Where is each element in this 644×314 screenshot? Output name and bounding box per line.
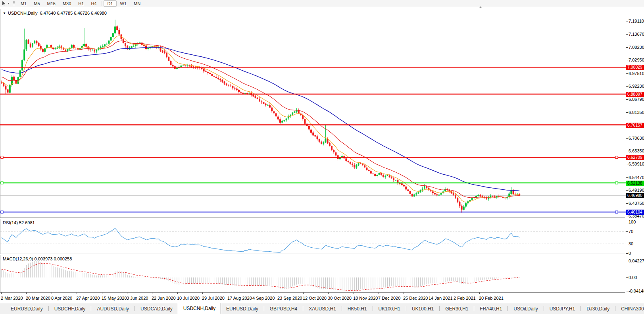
tab-ger30-h1[interactable]: GER30,H1 bbox=[440, 304, 473, 314]
timeframe-button-m15[interactable]: M15 bbox=[44, 0, 59, 7]
tab-usdchf-daily[interactable]: USDCHF,Daily bbox=[49, 304, 91, 314]
rsi-tick-label: 30 bbox=[629, 241, 633, 246]
toolbar-grip[interactable] bbox=[13, 1, 15, 6]
tab-usdcad-daily[interactable]: USDCAD,Daily bbox=[135, 304, 178, 314]
price-tick-label: 6.65350 bbox=[629, 148, 644, 153]
timeframe-button-d1[interactable]: D1 bbox=[104, 0, 116, 7]
tab-eurusd-daily[interactable]: EURUSD,Daily bbox=[6, 304, 48, 314]
tab-separator bbox=[439, 306, 440, 311]
date-label: 12 Oct 2020 bbox=[303, 296, 327, 301]
timeframe-button-mn[interactable]: MN bbox=[130, 0, 144, 7]
date-tick-mark bbox=[1, 293, 2, 294]
date-label: 25 Dec 2020 bbox=[403, 296, 428, 301]
date-label: 14 Jan 2021 bbox=[429, 296, 453, 301]
date-tick-mark bbox=[102, 293, 102, 294]
bid-price-label: 6.46980 bbox=[626, 193, 644, 198]
tab-uk100-h1[interactable]: UK100,H1 bbox=[407, 304, 439, 314]
date-tick-mark bbox=[202, 293, 203, 294]
price-tick-mark bbox=[626, 203, 628, 204]
price-tick-label: 6.43750 bbox=[629, 201, 644, 206]
date-label: 15 May 2020 bbox=[102, 296, 127, 301]
rsi-tick-mark bbox=[626, 244, 628, 244]
date-tick-mark bbox=[354, 293, 354, 294]
main-chart-panel[interactable] bbox=[0, 9, 625, 218]
hline-price-label[interactable]: 6.52138 bbox=[626, 181, 644, 186]
price-tick-mark bbox=[626, 177, 628, 178]
tab-xauusd-h1[interactable]: XAUUSD,H1 bbox=[304, 304, 341, 314]
top-toolbar: ▼ M1M5M15M30H1H4D1W1MN bbox=[0, 0, 644, 7]
date-label: 18 Nov 2020 bbox=[353, 296, 378, 301]
tab-fra40-h1[interactable]: FRA40,H1 bbox=[475, 304, 507, 314]
tab-uk100-h1[interactable]: UK100,H1 bbox=[373, 304, 406, 314]
tab-separator bbox=[581, 306, 581, 311]
tab-separator bbox=[373, 306, 373, 311]
tab-china300-h1[interactable]: CHINA300,H1 bbox=[616, 304, 644, 314]
date-tick-mark bbox=[177, 293, 178, 294]
price-tick-label: 6.54470 bbox=[629, 175, 644, 180]
date-label: 2 Feb 2021 bbox=[454, 296, 476, 301]
price-tick-label: 7.19110 bbox=[629, 19, 644, 23]
date-label: 10 Jul 2020 bbox=[177, 296, 200, 301]
tab-usdjpy-h1[interactable]: USDJPY,H1 bbox=[544, 304, 580, 314]
rsi-panel[interactable] bbox=[0, 219, 625, 254]
price-tick-label: 7.13670 bbox=[629, 32, 644, 37]
hline-price-label[interactable]: 6.40104 bbox=[626, 210, 644, 215]
rsi-tick-label: 0 bbox=[629, 251, 631, 256]
date-label: 30 Oct 2020 bbox=[328, 296, 352, 301]
tab-eurusd-daily[interactable]: EURUSD,Daily bbox=[221, 304, 263, 314]
price-tick-label: 6.49190 bbox=[629, 188, 644, 193]
timeframe-button-h1[interactable]: H1 bbox=[75, 0, 87, 7]
timeframe-button-m1[interactable]: M1 bbox=[17, 0, 30, 7]
chart-symbol-period: USDCNH,Daily bbox=[8, 11, 38, 15]
tab-usoil-daily[interactable]: USOil,Daily bbox=[508, 304, 543, 314]
timeframe-button-w1[interactable]: W1 bbox=[117, 0, 131, 7]
timeframe-button-m5[interactable]: M5 bbox=[30, 0, 43, 7]
hline-price-label[interactable]: 6.62709 bbox=[626, 155, 644, 160]
hline-price-label[interactable]: 6.88897 bbox=[626, 92, 644, 97]
date-tick-mark bbox=[228, 293, 228, 294]
tab-separator bbox=[615, 306, 615, 311]
macd-panel[interactable] bbox=[0, 255, 625, 293]
tab-dj30-daily[interactable]: DJ30,Daily bbox=[581, 304, 615, 314]
tab-audusd-daily[interactable]: AUDUSD,Daily bbox=[92, 304, 134, 314]
hline-price-label[interactable]: 6.76157 bbox=[626, 123, 644, 128]
price-tick-label: 6.92230 bbox=[629, 84, 644, 89]
cursor-tool-icon[interactable] bbox=[1, 1, 6, 6]
tab-separator bbox=[48, 306, 49, 311]
date-tick-mark bbox=[152, 293, 152, 294]
price-tick-label: 6.59910 bbox=[629, 162, 644, 166]
macd-tick-label: 0.042275 bbox=[629, 258, 644, 263]
chart-tab-bar: EURUSD,DailyUSDCHF,DailyAUDUSD,DailyUSDC… bbox=[0, 303, 644, 314]
date-tick-mark bbox=[479, 293, 480, 294]
macd-tick-mark bbox=[626, 291, 628, 291]
cursor-tool-dropdown-icon[interactable]: ▼ bbox=[7, 2, 10, 5]
tab-usdcnh-daily[interactable]: USDCNH,Daily bbox=[178, 303, 221, 314]
tab-gbpusd-h4[interactable]: GBPUSD,H4 bbox=[265, 304, 302, 314]
date-label: 23 Sep 2020 bbox=[277, 296, 302, 301]
rsi-tick-label: 70 bbox=[629, 229, 633, 234]
price-tick-mark bbox=[626, 164, 628, 164]
date-tick-mark bbox=[429, 293, 429, 294]
price-tick-label: 7.02950 bbox=[629, 58, 644, 62]
hline-price-label[interactable]: 7.00029 bbox=[626, 65, 644, 70]
rsi-tick-label: 100 bbox=[629, 220, 636, 224]
date-label: 20 Mar 2020 bbox=[26, 296, 50, 301]
date-tick-mark bbox=[454, 293, 454, 294]
price-tick-mark bbox=[626, 151, 628, 151]
date-label: 29 Jul 2020 bbox=[202, 296, 225, 301]
date-tick-mark bbox=[253, 293, 253, 294]
price-tick-label: 6.81350 bbox=[629, 110, 644, 115]
price-tick-mark bbox=[626, 216, 628, 216]
rsi-label: RSI(14) 52.6981 bbox=[3, 220, 35, 225]
rsi-tick-mark bbox=[626, 231, 628, 232]
rsi-tick-mark bbox=[626, 222, 628, 222]
title-marker-icon[interactable]: ▼ bbox=[3, 12, 6, 15]
macd-tick-mark bbox=[626, 261, 628, 261]
tab-separator bbox=[264, 306, 264, 311]
tab-hk50-h1[interactable]: HK50,H1 bbox=[342, 304, 372, 314]
timeframe-button-m30[interactable]: M30 bbox=[59, 0, 75, 7]
date-tick-mark bbox=[77, 293, 77, 294]
timeframe-button-h4[interactable]: H4 bbox=[87, 0, 100, 7]
date-tick-mark bbox=[303, 293, 304, 294]
rsi-tick-mark bbox=[626, 253, 628, 254]
